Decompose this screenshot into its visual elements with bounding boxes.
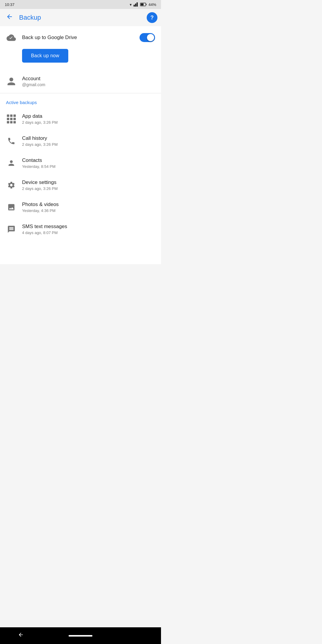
svg-marker-2	[137, 2, 138, 7]
content-area: Back up to Google Drive Back up now Acco…	[0, 26, 161, 264]
page-title: Backup	[19, 14, 143, 21]
help-button[interactable]: ?	[147, 12, 157, 23]
backup-drive-label: Back up to Google Drive	[22, 35, 134, 41]
toggle-track	[140, 33, 155, 42]
signal-icon	[134, 2, 138, 7]
bottom-spacer	[0, 240, 161, 264]
photos-text: Photos & videos Yesterday, 4:36 PM	[22, 202, 155, 213]
active-backups-header: Active backups	[0, 93, 161, 108]
backup-item-app-data: App data 2 days ago, 3:26 PM	[0, 108, 161, 130]
back-button[interactable]	[4, 11, 16, 24]
backup-item-call-history: Call history 2 days ago, 3:26 PM	[0, 130, 161, 152]
backup-item-device-settings: Device settings 2 days ago, 3:26 PM	[0, 174, 161, 196]
svg-rect-5	[140, 4, 143, 6]
backup-google-drive-row: Back up to Google Drive	[0, 26, 161, 49]
status-icons: ▾ 44%	[130, 2, 156, 7]
backup-now-row: Back up now	[0, 49, 161, 70]
sms-text: SMS text messages 4 days ago, 8:07 PM	[22, 224, 155, 235]
sms-icon	[6, 224, 17, 235]
backup-item-sms: SMS text messages 4 days ago, 8:07 PM	[0, 218, 161, 240]
status-bar: 10:37 ▾ 44%	[0, 0, 161, 9]
call-history-icon	[6, 136, 17, 146]
battery-icon	[140, 3, 147, 6]
time-display: 10:37	[5, 2, 15, 7]
svg-marker-1	[135, 4, 136, 7]
account-row[interactable]: Account @gmail.com	[0, 70, 161, 93]
svg-rect-4	[146, 4, 146, 5]
account-text: Account @gmail.com	[22, 76, 155, 87]
device-settings-icon	[6, 180, 17, 191]
active-backups-title: Active backups	[6, 100, 155, 105]
contacts-icon	[6, 158, 17, 168]
backup-item-photos: Photos & videos Yesterday, 4:36 PM	[0, 196, 161, 218]
contacts-text: Contacts Yesterday, 8:54 PM	[22, 157, 155, 169]
backup-item-contacts: Contacts Yesterday, 8:54 PM	[0, 152, 161, 174]
svg-marker-0	[134, 5, 135, 7]
backup-now-button[interactable]: Back up now	[22, 49, 68, 63]
account-icon	[6, 76, 17, 87]
call-history-text: Call history 2 days ago, 3:26 PM	[22, 135, 155, 147]
backup-drive-toggle[interactable]	[140, 33, 155, 42]
app-data-text: App data 2 days ago, 3:26 PM	[22, 113, 155, 125]
photos-icon	[6, 202, 17, 213]
cloud-check-icon	[6, 32, 17, 43]
battery-percent: 44%	[148, 2, 156, 7]
wifi-icon: ▾	[130, 2, 132, 7]
header: Backup ?	[0, 9, 161, 26]
app-data-icon	[6, 114, 17, 124]
device-settings-text: Device settings 2 days ago, 3:26 PM	[22, 179, 155, 191]
toggle-thumb	[147, 34, 154, 41]
